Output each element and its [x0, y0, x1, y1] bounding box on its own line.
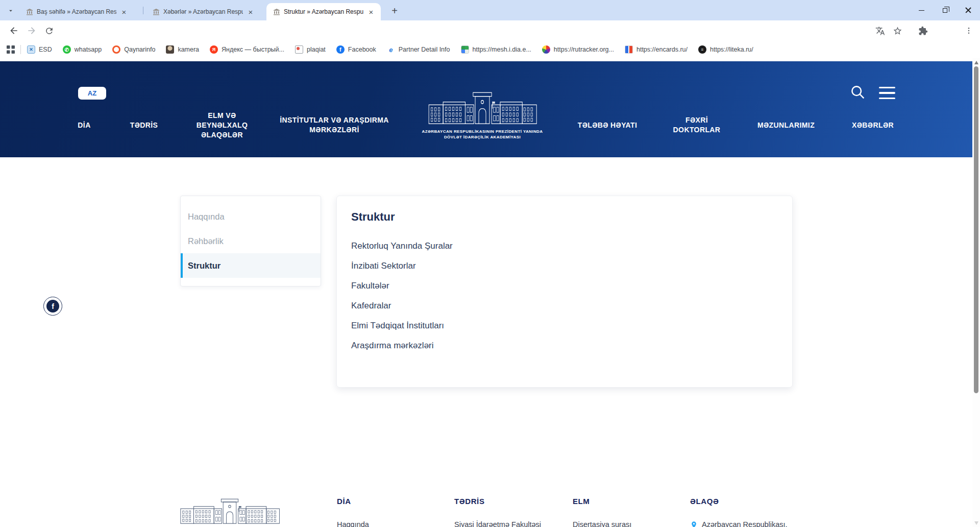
- sidebar-item-haqqinda[interactable]: Haqqında: [181, 204, 321, 229]
- nav-xeberler[interactable]: XƏBƏRLƏR: [852, 121, 894, 130]
- forward-arrow-icon: [27, 26, 37, 36]
- academy-building-icon: [179, 495, 281, 525]
- site-menu-button[interactable]: [879, 87, 895, 99]
- search-icon: [849, 84, 867, 101]
- footer-link-siyasi-idareetme[interactable]: Siyasi İdarəetmə Fakultəsi: [454, 520, 541, 527]
- bookmark-star-button[interactable]: [891, 25, 903, 37]
- bookmark-liteka[interactable]: https://liteka.ru/: [698, 45, 753, 54]
- link-arasdirma-merkezleri[interactable]: Araşdırma mərkəzləri: [351, 336, 778, 355]
- apps-grid-icon[interactable]: [6, 45, 15, 54]
- refresh-button[interactable]: [43, 25, 55, 37]
- link-kafedralar[interactable]: Kafedralar: [351, 296, 778, 316]
- encards-icon: [625, 45, 633, 54]
- footer-heading: ELM: [573, 496, 631, 507]
- footer-heading: ƏLAQƏ: [690, 496, 788, 507]
- nav-tedris[interactable]: TƏDRİS: [130, 121, 158, 130]
- bookmark-partner-detail[interactable]: Partner Detail Info: [387, 45, 450, 54]
- liteka-icon: [698, 45, 706, 54]
- link-rektorluq-suralar[interactable]: Rektorluq Yanında Şuralar: [351, 236, 778, 256]
- three-dot-icon: [965, 27, 973, 35]
- restore-button[interactable]: [933, 0, 957, 20]
- site-search-button[interactable]: [849, 84, 867, 101]
- minimize-button[interactable]: [910, 0, 933, 20]
- tab-xeberler[interactable]: Xəbərlər » Azərbaycan Respubli: [146, 3, 260, 20]
- bookmark-esd[interactable]: ESD: [27, 45, 52, 54]
- star-icon: [893, 26, 902, 36]
- nav-telebe-heyati[interactable]: TƏLƏBƏ HƏYATI: [578, 121, 638, 130]
- scrollbar[interactable]: [972, 58, 980, 527]
- tab-struktur-active[interactable]: Struktur » Azərbaycan Respubli: [266, 3, 381, 20]
- nav-mezunlarimiz[interactable]: MƏZUNLARIMIZ: [757, 121, 815, 130]
- bookmark-facebook[interactable]: Facebook: [336, 45, 376, 54]
- kamera-icon: [166, 45, 174, 54]
- forward-button[interactable]: [26, 25, 38, 37]
- nav-elm-ve-beynelxalq[interactable]: ELM VƏ BEYNƏLXALQ ƏLAQƏLƏR: [191, 111, 253, 140]
- footer-column-elm: ELM Disertasiya şurası: [573, 496, 631, 527]
- close-tab-icon[interactable]: [366, 7, 376, 16]
- footer-academy-logo: [179, 495, 281, 525]
- bookmark-yandex[interactable]: Яндекс — быстрый...: [210, 45, 284, 54]
- extensions-button[interactable]: [917, 25, 929, 37]
- close-tab-icon[interactable]: [119, 7, 129, 16]
- academy-logo[interactable]: AZƏRBAYCAN RESPUBLİKASININ PREZİDENTİ YA…: [419, 88, 546, 140]
- academy-building-icon: [427, 88, 538, 126]
- language-switcher[interactable]: AZ: [78, 87, 106, 100]
- section-sidebar: Haqqında Rəhbərlik Struktur: [180, 196, 321, 286]
- plaqiat-icon: [295, 45, 303, 54]
- footer-column-elaqe: ƏLAQƏ Azərbaycan Respublikası,: [690, 496, 788, 527]
- sidebar-item-rehberlik[interactable]: Rəhbərlik: [181, 229, 321, 253]
- footer-link-disertasiya[interactable]: Disertasiya şurası: [573, 520, 631, 527]
- browser-menu-button[interactable]: [963, 25, 975, 37]
- link-inzibati-sektorlar[interactable]: İnzibati Sektorlar: [351, 256, 778, 276]
- bookmark-mesh[interactable]: https://mesh.i.dia.e...: [461, 45, 531, 54]
- tab-title: Baş səhifə » Azərbaycan Respub: [37, 8, 116, 15]
- close-tab-icon[interactable]: [246, 7, 255, 16]
- nav-dia[interactable]: DİA: [78, 121, 90, 130]
- browser-window: Baş səhifə » Azərbaycan Respub Xəbərlər …: [0, 0, 980, 527]
- yandex-icon: [210, 45, 218, 54]
- partner-detail-icon: [387, 45, 395, 54]
- new-tab-button[interactable]: [388, 4, 401, 17]
- tab-search-button[interactable]: [4, 4, 17, 17]
- close-icon: [965, 7, 971, 13]
- bookmark-whatsapp[interactable]: whatsapp: [63, 45, 102, 54]
- browser-toolbar: arpydia.buludhost.com/struktur: [0, 20, 980, 41]
- facebook-share-button[interactable]: [43, 297, 62, 316]
- bookmarks-separator: [20, 45, 21, 54]
- window-controls: [910, 0, 980, 20]
- tab-strip: Baş səhifə » Azərbaycan Respub Xəbərlər …: [0, 0, 980, 20]
- site-header: AZ DİA TƏDRİS ELM VƏ BEYNƏLXALQ ƏLAQƏLƏR…: [0, 61, 972, 157]
- back-arrow-icon: [9, 26, 19, 36]
- bookmark-qaynarinfo[interactable]: Qaynarinfo: [112, 45, 155, 54]
- translate-icon: [875, 26, 885, 36]
- footer-address[interactable]: Azərbaycan Respublikası,: [690, 520, 788, 527]
- link-fakulteler[interactable]: Fakultələr: [351, 276, 778, 296]
- chevron-down-icon: [7, 7, 14, 14]
- esd-icon: [27, 45, 35, 54]
- footer-address-text: Azərbaycan Respublikası,: [702, 520, 788, 527]
- translate-button[interactable]: [874, 25, 886, 37]
- close-window-button[interactable]: [957, 0, 980, 20]
- bookmark-rutracker[interactable]: https://rutracker.org...: [542, 45, 614, 54]
- back-button[interactable]: [8, 25, 20, 37]
- bookmark-kamera[interactable]: kamera: [166, 45, 199, 54]
- minimize-icon: [919, 10, 924, 11]
- page-title: Struktur: [351, 209, 778, 225]
- sidebar-item-struktur[interactable]: Struktur: [181, 253, 321, 278]
- nav-institutlar[interactable]: İNSTİTUTLAR VƏ ARAŞDIRMA MƏRKƏZLƏRİ: [279, 115, 390, 135]
- restore-icon: [943, 8, 947, 13]
- scroll-up-icon[interactable]: [974, 61, 978, 64]
- site-favicon-icon: [152, 8, 160, 16]
- refresh-icon: [44, 26, 54, 36]
- footer-link-haqqinda[interactable]: Haqqında: [337, 520, 369, 527]
- scroll-down-icon[interactable]: [974, 521, 978, 525]
- facebook-icon: [46, 300, 59, 313]
- location-pin-icon: [690, 521, 698, 527]
- hamburger-icon: [879, 87, 895, 88]
- scrollbar-thumb[interactable]: [974, 66, 978, 393]
- nav-fexri-doktorlar[interactable]: FƏXRİ DOKTORLAR: [669, 115, 725, 135]
- bookmark-encards[interactable]: https://encards.ru/: [625, 45, 688, 54]
- link-elmi-tedqiqat[interactable]: Elmi Tədqiqat İnstitutları: [351, 316, 778, 336]
- tab-bas-sehife[interactable]: Baş səhifə » Azərbaycan Respub: [19, 3, 134, 20]
- bookmark-plaqiat[interactable]: plaqiat: [295, 45, 326, 54]
